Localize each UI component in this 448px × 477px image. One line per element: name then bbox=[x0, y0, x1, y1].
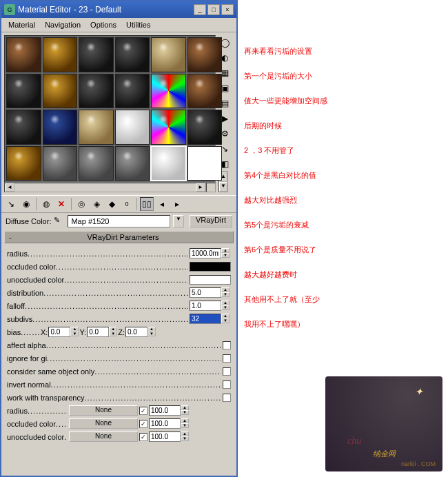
bias-z-input[interactable] bbox=[125, 327, 147, 337]
reset-map-icon[interactable]: ✕ bbox=[54, 197, 68, 211]
sample-slot[interactable] bbox=[187, 74, 223, 109]
occ-map-checkbox[interactable]: ✓ bbox=[139, 420, 147, 428]
sample-scrollbar-h[interactable]: ◄ ► bbox=[4, 183, 206, 192]
consider-same-checkbox[interactable] bbox=[223, 367, 231, 376]
put-to-scene-icon[interactable]: ◉ bbox=[19, 197, 33, 211]
unocc-map-checkbox[interactable]: ✓ bbox=[139, 433, 147, 441]
sample-slot[interactable] bbox=[6, 74, 41, 109]
sample-slot[interactable] bbox=[79, 146, 114, 181]
menu-material[interactable]: Material bbox=[4, 19, 39, 30]
menu-utilities[interactable]: Utilities bbox=[122, 19, 154, 30]
unocc-map-button[interactable]: None bbox=[69, 432, 138, 442]
radius-map-amount[interactable] bbox=[149, 405, 181, 416]
sample-slot[interactable] bbox=[115, 146, 150, 181]
dropdown-arrow-icon[interactable]: ▼ bbox=[173, 215, 184, 227]
map-name-dropdown[interactable]: Map #1520 bbox=[68, 215, 170, 227]
watermark-sub: narkii . COM bbox=[401, 460, 436, 467]
bias-z-label: Z: bbox=[118, 328, 125, 336]
make-unique-icon[interactable]: ◈ bbox=[90, 197, 103, 211]
mat-id-icon[interactable]: 0 bbox=[120, 197, 134, 211]
make-copy-icon[interactable]: ◎ bbox=[74, 197, 88, 211]
params-panel: radius ▲▼ occluded color unoccluded colo… bbox=[1, 245, 236, 476]
scroll-left-icon[interactable]: ◄ bbox=[5, 183, 14, 192]
sample-slots-grid bbox=[4, 35, 216, 183]
window-title: Material Editor - 23 - Default bbox=[18, 5, 194, 14]
sample-slot[interactable] bbox=[43, 37, 78, 72]
bias-x-input[interactable] bbox=[48, 327, 70, 337]
put-to-lib-icon[interactable]: ◆ bbox=[105, 197, 119, 211]
sample-slot[interactable] bbox=[115, 110, 150, 145]
falloff-input[interactable] bbox=[190, 301, 221, 311]
radius-map-button[interactable]: None bbox=[69, 405, 138, 416]
occluded-color-swatch[interactable] bbox=[190, 262, 231, 272]
diffuse-color-label: Diffuse Color: bbox=[6, 217, 51, 225]
unocc-map-amount[interactable] bbox=[149, 432, 181, 442]
go-parent-icon[interactable]: ◂ bbox=[155, 197, 169, 211]
assign-to-sel-icon[interactable]: ◍ bbox=[39, 197, 53, 211]
bias-x-label: X: bbox=[41, 328, 48, 336]
get-material-icon[interactable]: ↘ bbox=[4, 197, 18, 211]
minimize-button[interactable]: _ bbox=[194, 4, 206, 15]
ignore-gi-label: ignore for gi bbox=[7, 354, 47, 363]
sample-slot-selected[interactable] bbox=[151, 146, 186, 181]
radius-map-checkbox[interactable]: ✓ bbox=[139, 407, 147, 415]
bias-y-input[interactable] bbox=[87, 327, 109, 337]
distribution-input[interactable] bbox=[190, 287, 221, 298]
titlebar[interactable]: G Material Editor - 23 - Default _ □ × bbox=[1, 1, 236, 18]
sample-slot[interactable] bbox=[79, 74, 114, 109]
sample-slot[interactable] bbox=[187, 37, 223, 72]
bias-label: bias bbox=[7, 328, 21, 336]
invert-normal-checkbox[interactable] bbox=[223, 380, 231, 389]
sample-slot[interactable] bbox=[187, 110, 223, 145]
occluded-color-label: occluded color bbox=[7, 263, 56, 271]
sample-slot[interactable] bbox=[43, 110, 78, 145]
work-transparency-checkbox[interactable] bbox=[223, 394, 231, 402]
work-transparency-label: work with transparency bbox=[7, 394, 85, 402]
menu-options[interactable]: Options bbox=[86, 19, 121, 30]
sample-slot[interactable] bbox=[151, 74, 186, 109]
affect-alpha-label: affect alpha bbox=[7, 341, 46, 349]
sample-slot[interactable] bbox=[6, 37, 41, 72]
sample-slot[interactable] bbox=[6, 146, 41, 181]
show-end-result-icon[interactable]: ▯▯ bbox=[140, 197, 154, 211]
occ-map-button[interactable]: None bbox=[69, 418, 138, 429]
scroll-right-icon[interactable]: ► bbox=[196, 183, 205, 192]
occ-map-amount[interactable] bbox=[149, 418, 181, 429]
sample-slot[interactable] bbox=[151, 110, 186, 145]
affect-alpha-checkbox[interactable] bbox=[223, 341, 231, 349]
ignore-gi-checkbox[interactable] bbox=[223, 354, 231, 363]
menubar: Material Navigation Options Utilities bbox=[1, 18, 236, 32]
sample-slot[interactable] bbox=[115, 74, 150, 109]
radius-input[interactable] bbox=[190, 248, 221, 258]
distribution-label: distribution bbox=[7, 289, 43, 297]
sample-slot[interactable] bbox=[43, 146, 78, 181]
sample-slot[interactable] bbox=[6, 110, 41, 145]
watermark-chu: chu bbox=[347, 436, 361, 447]
sample-slot[interactable] bbox=[187, 146, 223, 181]
pick-material-icon[interactable]: ✎ bbox=[54, 216, 65, 227]
close-button[interactable]: × bbox=[221, 4, 234, 15]
unoccluded-color-swatch[interactable] bbox=[190, 275, 231, 285]
unocc-map-label: unoccluded color bbox=[7, 433, 64, 441]
scroll-corner bbox=[206, 183, 216, 192]
unoccluded-color-label: unoccluded color bbox=[7, 276, 64, 284]
rollout-header[interactable]: - VRayDirt Parameters bbox=[4, 231, 234, 243]
map-type-button[interactable]: VRayDirt bbox=[190, 215, 232, 227]
sample-slot[interactable] bbox=[115, 37, 150, 72]
app-icon: G bbox=[4, 4, 15, 15]
subdivs-label: subdivs bbox=[7, 315, 32, 323]
sample-slot[interactable] bbox=[43, 74, 78, 109]
sample-slot[interactable] bbox=[79, 37, 114, 72]
subdivs-input[interactable] bbox=[190, 314, 221, 324]
star-icon: ✦ bbox=[415, 386, 423, 397]
scroll-down-icon[interactable]: ▼ bbox=[219, 182, 227, 192]
sample-slot[interactable] bbox=[151, 37, 186, 72]
go-forward-icon[interactable]: ▸ bbox=[170, 197, 184, 211]
radius-label: radius bbox=[7, 250, 28, 258]
spinner-down-icon[interactable]: ▼ bbox=[221, 253, 230, 258]
rollout-title: VRayDirt Parameters bbox=[17, 233, 229, 241]
maximize-button[interactable]: □ bbox=[207, 4, 220, 15]
spinner-up-icon[interactable]: ▲ bbox=[221, 248, 230, 253]
sample-slot[interactable] bbox=[79, 110, 114, 145]
menu-navigation[interactable]: Navigation bbox=[41, 19, 85, 30]
